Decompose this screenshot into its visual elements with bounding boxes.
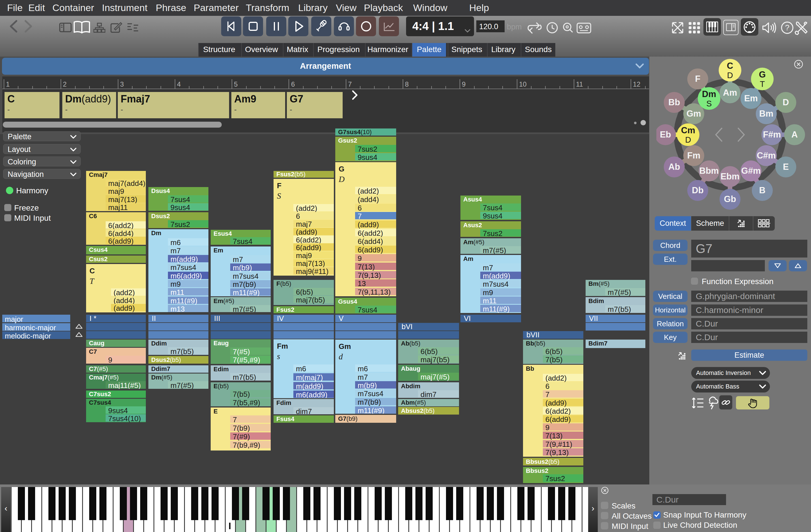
svg-text:F#m: F#m [763,130,781,140]
svg-text:D: D [685,135,691,144]
svg-text:Bbm: Bbm [700,166,719,176]
svg-text:10: 10 [519,80,527,88]
svg-text:Em: Em [744,93,758,103]
svg-text:Cm: Cm [681,125,695,135]
svg-text:T: T [760,79,765,89]
svg-text:Db: Db [692,185,703,195]
svg-text:F: F [695,74,701,84]
svg-text:A: A [792,130,798,140]
svg-text:D: D [783,97,789,107]
svg-text:Gm: Gm [686,109,701,119]
svg-text:?: ? [785,23,790,32]
svg-text:11: 11 [576,80,583,88]
svg-text:Am: Am [723,88,737,98]
svg-text:D: D [727,71,733,80]
svg-text:3: 3 [120,80,124,88]
svg-text:Dm: Dm [702,89,716,99]
svg-text:Ab: Ab [668,162,680,172]
svg-text:G: G [759,69,766,79]
svg-text:Ebm: Ebm [720,171,739,182]
svg-text:Fm: Fm [687,151,701,160]
svg-text:E: E [783,162,789,172]
svg-text:C: C [727,61,733,71]
svg-text:1: 1 [6,80,10,88]
svg-text:8: 8 [405,80,409,88]
svg-text:Bb: Bb [668,97,680,107]
svg-text:9: 9 [462,80,465,88]
svg-text:Eb: Eb [660,130,671,140]
svg-text:Gb: Gb [724,194,736,204]
svg-text:7: 7 [348,80,352,88]
svg-text:Bm: Bm [759,109,773,119]
svg-text:5: 5 [234,80,238,88]
svg-text:G#m: G#m [741,166,761,176]
svg-text:12: 12 [633,80,641,88]
svg-text:S: S [706,99,711,108]
svg-text:2: 2 [63,80,66,88]
svg-text:B: B [759,185,765,195]
svg-text:6: 6 [291,80,295,88]
svg-text:C#m: C#m [756,151,776,160]
svg-text:4: 4 [177,80,181,88]
